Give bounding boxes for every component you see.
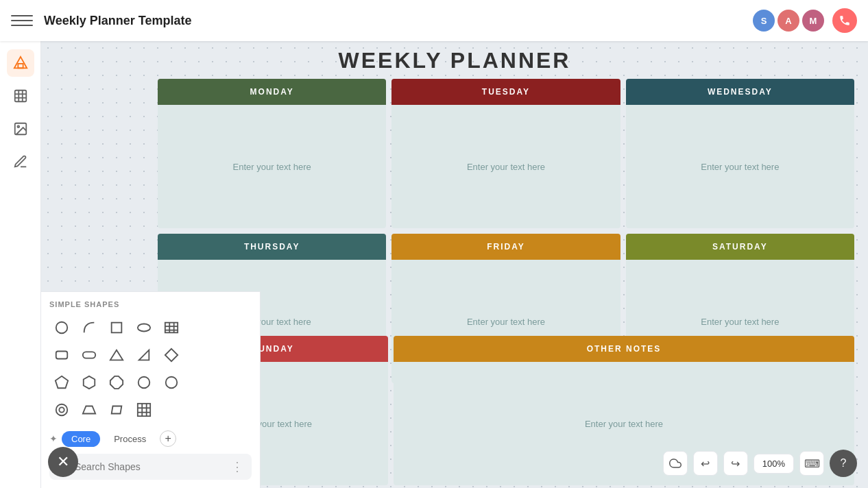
svg-point-8 <box>17 125 19 127</box>
day-header-wednesday: WEDNESDAY <box>626 79 854 105</box>
day-header-monday: MONDAY <box>158 79 386 105</box>
shape-right-triangle[interactable] <box>132 343 156 367</box>
close-fab[interactable]: ✕ <box>48 447 78 477</box>
day-header-thursday: THURSDAY <box>158 234 386 260</box>
shape-ring[interactable] <box>49 398 74 422</box>
sidebar-images-button[interactable] <box>7 115 34 143</box>
svg-point-27 <box>56 404 68 416</box>
avatar-2[interactable]: A <box>777 10 799 32</box>
day-header-saturday: SATURDAY <box>626 234 854 260</box>
svg-rect-31 <box>138 404 150 416</box>
wand-icon[interactable]: ✦ <box>49 433 58 444</box>
svg-marker-24 <box>110 376 123 389</box>
shape-pentagon[interactable] <box>49 370 74 395</box>
svg-marker-21 <box>165 349 178 361</box>
shape-triangle[interactable] <box>104 343 129 367</box>
day-body-monday[interactable]: Enter your text here <box>158 105 386 228</box>
keyboard-button[interactable]: ⌨ <box>799 451 824 476</box>
sidebar <box>0 41 41 488</box>
svg-marker-29 <box>83 406 95 414</box>
avatar-1[interactable]: S <box>753 10 775 32</box>
help-button[interactable]: ? <box>830 450 857 477</box>
day-card-monday: MONDAY Enter your text here <box>158 79 386 228</box>
svg-marker-30 <box>112 406 122 414</box>
day-body-tuesday[interactable]: Enter your text here <box>391 105 620 228</box>
call-button[interactable] <box>832 8 857 33</box>
svg-marker-20 <box>139 350 149 361</box>
add-tab-button[interactable]: + <box>160 430 176 447</box>
shape-circle-2[interactable] <box>159 370 184 395</box>
svg-point-28 <box>59 407 64 412</box>
svg-point-9 <box>56 322 68 334</box>
sidebar-shapes-button[interactable] <box>7 49 34 77</box>
shape-octagon[interactable] <box>104 370 129 395</box>
shape-table[interactable] <box>159 315 184 340</box>
shape-rounded-rect[interactable] <box>49 343 74 367</box>
tab-core[interactable]: Core <box>62 431 100 447</box>
bottom-toolbar: ↩ ↪ 100% ⌨ ? <box>663 450 857 477</box>
shape-trapezoid[interactable] <box>77 398 101 422</box>
more-options-icon[interactable]: ⋮ <box>231 459 243 474</box>
cloud-save-button[interactable] <box>663 451 688 476</box>
svg-marker-22 <box>56 376 68 388</box>
svg-rect-17 <box>56 352 68 359</box>
day-body-wednesday[interactable]: Enter your text here <box>626 105 854 228</box>
tab-process[interactable]: Process <box>104 431 156 447</box>
shape-grid[interactable] <box>132 398 156 422</box>
shapes-grid <box>49 315 252 422</box>
shape-diamond[interactable] <box>159 343 184 367</box>
svg-point-26 <box>166 377 178 389</box>
undo-button[interactable]: ↩ <box>693 451 718 476</box>
sidebar-draw-button[interactable] <box>7 148 34 175</box>
shapes-section-title: SIMPLE SHAPES <box>49 300 252 308</box>
shape-12gon[interactable] <box>132 370 156 395</box>
day-card-wednesday: WEDNESDAY Enter your text here <box>626 79 854 228</box>
day-header-notes: OTHER NOTES <box>394 336 854 362</box>
shape-stadium[interactable] <box>77 343 101 367</box>
svg-rect-1 <box>18 64 23 68</box>
svg-point-25 <box>138 377 150 389</box>
shape-ellipse[interactable] <box>132 315 156 340</box>
svg-point-11 <box>138 324 150 332</box>
menu-button[interactable] <box>11 10 33 32</box>
shape-arc[interactable] <box>77 315 101 340</box>
svg-rect-18 <box>83 352 95 358</box>
search-input[interactable] <box>75 461 226 472</box>
svg-rect-2 <box>14 90 26 102</box>
zoom-level: 100% <box>754 454 794 474</box>
shape-square[interactable] <box>104 315 129 340</box>
shape-circle[interactable] <box>49 315 74 340</box>
svg-marker-19 <box>110 350 123 361</box>
svg-rect-10 <box>112 323 122 333</box>
svg-marker-23 <box>84 376 95 389</box>
day-header-friday: FRIDAY <box>391 234 620 260</box>
avatar-3[interactable]: M <box>802 10 824 32</box>
document-title: Weekly Planner Template <box>44 14 753 28</box>
shape-hexagon[interactable] <box>77 370 101 395</box>
day-header-tuesday: TUESDAY <box>391 79 620 105</box>
svg-rect-12 <box>165 323 178 333</box>
shapes-tabs: ✦ Core Process + <box>49 430 252 447</box>
redo-button[interactable]: ↪ <box>723 451 748 476</box>
svg-marker-0 <box>14 57 26 69</box>
search-bar: 🔍 ⋮ <box>49 454 252 480</box>
topbar: Weekly Planner Template S A M <box>0 0 868 41</box>
day-card-tuesday: TUESDAY Enter your text here <box>391 79 620 228</box>
collaborators: S A M <box>753 8 857 33</box>
sidebar-frames-button[interactable] <box>7 82 34 110</box>
page-title: WEEKLY PLANNER <box>339 48 571 73</box>
shape-parallelogram[interactable] <box>104 398 129 422</box>
